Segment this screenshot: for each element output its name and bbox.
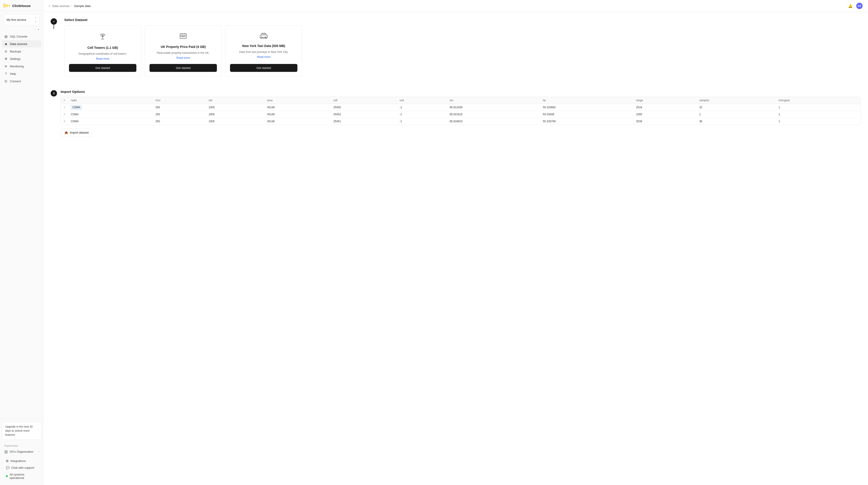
col-header-mcc: mcc: [153, 97, 206, 104]
bottom-links: ⊞ Integrations 💬 Chat with support All s…: [2, 456, 41, 482]
card-cell-towers-link[interactable]: Read more: [96, 57, 109, 60]
cell-lon: 85.921616: [447, 111, 540, 118]
sidebar-item-data-sources-label: Data sources: [10, 42, 27, 46]
ny-taxi-icon: [259, 32, 268, 41]
sidebar-item-sql-console[interactable]: ▤ SQL Console: [2, 33, 41, 40]
org-icon: 🏢: [4, 450, 8, 453]
step1-title: Select Dataset: [64, 18, 861, 22]
cell-unit: -1: [397, 104, 447, 111]
svg-rect-5: [184, 36, 185, 37]
cell-radio: CDMA: [68, 104, 153, 111]
sql-console-icon: ▤: [4, 35, 8, 38]
cell-lon: 85.912436: [447, 104, 540, 111]
cell-num: 3: [61, 118, 68, 125]
app-name: ClickHouse: [12, 4, 31, 8]
cell-net: 1005: [206, 118, 265, 125]
col-header-unit: unit: [397, 97, 447, 104]
sidebar-item-backups[interactable]: ⊙ Backups: [2, 48, 41, 55]
sidebar-item-help-label: Help: [10, 72, 16, 75]
col-header-samples: samples: [696, 97, 776, 104]
add-service-button[interactable]: +: [36, 27, 41, 32]
svg-rect-3: [181, 36, 182, 37]
breadcrumb-parent[interactable]: Data sources: [52, 4, 70, 8]
chat-support-link[interactable]: 💬 Chat with support: [4, 464, 39, 471]
cell-unit: -1: [397, 118, 447, 125]
cell-area: 45148: [265, 111, 331, 118]
sidebar-item-connect[interactable]: ⊡ Connect: [2, 77, 41, 85]
card-ny-taxi-desc: Data from taxi journeys in New York City…: [239, 50, 288, 54]
cell-lat: 55.333769: [540, 118, 633, 125]
monitoring-icon: ≋: [4, 64, 8, 68]
uk-property-icon: [179, 32, 187, 42]
card-uk-property-title: UK Property Price Paid (4 GB): [161, 45, 206, 48]
topbar: ‹ Data sources / Sample data 🔔 DA: [43, 0, 868, 12]
card-ny-taxi: New York Taxi Data (930 MB) Data from ta…: [225, 25, 302, 76]
cell-num: 1: [61, 104, 68, 111]
org-item[interactable]: 🏢 DA's Organization ›: [4, 448, 39, 455]
avatar[interactable]: DA: [856, 3, 863, 9]
help-icon: ?: [4, 72, 8, 75]
sidebar: ClickHouse My first service ⌃⌄ + ▤ SQL C…: [0, 0, 43, 485]
cell-changeat: 1: [776, 111, 861, 118]
breadcrumb-back-button[interactable]: ‹: [49, 4, 50, 8]
cell-lat: 55.333682: [540, 104, 633, 111]
sidebar-item-settings-label: Settings: [10, 57, 21, 61]
breadcrumb-separator: /: [71, 4, 72, 8]
org-name: DA's Organization: [10, 450, 33, 453]
dataset-cards: Cell Towers (1.1 GB) Geographical coordi…: [64, 25, 861, 76]
topbar-right: 🔔 DA: [848, 3, 863, 9]
cell-radio: CDMA: [68, 118, 153, 125]
step2-title: Import Options: [61, 89, 861, 94]
notification-bell-icon[interactable]: 🔔: [848, 4, 852, 8]
cell-towers-get-started-button[interactable]: Get started: [69, 64, 136, 72]
sidebar-item-connect-label: Connect: [10, 79, 21, 83]
sidebar-item-monitoring[interactable]: ≋ Monitoring: [2, 63, 41, 70]
cell-area: 45148: [265, 104, 331, 111]
cell-radio: CDMA: [68, 111, 153, 118]
cell-changeat: 1: [776, 104, 861, 111]
logo-bar-2: [5, 4, 6, 7]
cell-range: 2039: [633, 118, 696, 125]
step1-content: Select Dataset: [64, 18, 861, 89]
import-dataset-button[interactable]: 📥 Import dataset: [61, 129, 93, 136]
logo-icon: [4, 4, 10, 8]
sidebar-nav: ▤ SQL Console ◈ Data sources ⊙ Backups ⚙…: [0, 32, 43, 419]
cell-mcc: 250: [153, 111, 206, 118]
org-label: Organization: [4, 444, 39, 447]
service-selector[interactable]: My first service ⌃⌄: [4, 14, 39, 25]
sidebar-item-help[interactable]: ? Help: [2, 70, 41, 77]
col-header-range: range: [633, 97, 696, 104]
sidebar-item-settings[interactable]: ⚙ Settings: [2, 55, 41, 62]
cell-cell: 25455: [331, 104, 397, 111]
connect-icon: ⊡: [4, 79, 8, 83]
sidebar-item-sql-console-label: SQL Console: [10, 35, 27, 38]
ny-taxi-get-started-button[interactable]: Get started: [230, 64, 298, 72]
import-dataset-icon: 📥: [64, 131, 68, 134]
sidebar-bottom: Upgrade in the next 30 days to unlock mo…: [0, 419, 43, 485]
service-name: My first service: [6, 18, 26, 22]
sidebar-item-data-sources[interactable]: ◈ Data sources: [2, 40, 41, 47]
upgrade-text: Upgrade in the next 30 days to unlock mo…: [5, 425, 33, 437]
status-link[interactable]: All systems operational: [4, 471, 39, 481]
cell-area: 45148: [265, 118, 331, 125]
integrations-label: Integrations: [10, 459, 26, 463]
card-uk-property: UK Property Price Paid (4 GB) Real-estat…: [145, 25, 222, 76]
card-ny-taxi-link[interactable]: Read more: [257, 55, 270, 59]
card-uk-property-link[interactable]: Read more: [177, 56, 190, 59]
logo-bar-4: [9, 5, 10, 6]
integrations-link[interactable]: ⊞ Integrations: [4, 457, 39, 464]
card-ny-taxi-title: New York Taxi Data (930 MB): [242, 44, 285, 48]
card-cell-towers-title: Cell Towers (1.1 GB): [87, 46, 118, 50]
uk-property-get-started-button[interactable]: Get started: [150, 64, 217, 72]
cell-lat: 55.33408: [540, 111, 633, 118]
card-uk-property-desc: Real-estate property transactions in the…: [157, 51, 210, 55]
step2-content: Import Options # radio mcc net area: [61, 89, 861, 136]
chat-support-icon: 💬: [6, 466, 9, 470]
cell-range: 1000: [633, 111, 696, 118]
status-label: All systems operational: [9, 473, 37, 480]
org-section: Organization 🏢 DA's Organization ›: [2, 444, 41, 456]
step1-circle: [51, 18, 57, 25]
cell-net: 1005: [206, 104, 265, 111]
page-body: Select Dataset: [43, 12, 868, 142]
step2-timeline: 2: [51, 89, 57, 97]
